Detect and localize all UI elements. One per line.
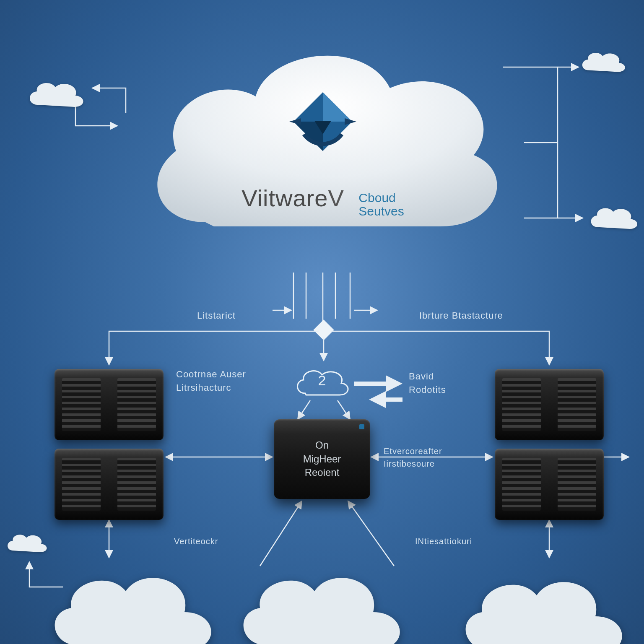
label-mid-left-2: Litrsihacturc: [176, 382, 231, 393]
server-unit: [495, 449, 604, 520]
server-unit: [55, 369, 164, 440]
svg-marker-14: [354, 375, 402, 392]
svg-marker-15: [369, 391, 402, 408]
brand-tag-1: Cboud: [358, 191, 395, 205]
svg-line-12: [298, 400, 310, 419]
label-diag-left: Vertiteockr: [174, 537, 218, 546]
svg-rect-10: [314, 320, 334, 340]
mini-cloud-top-right-2: [587, 201, 641, 235]
center-numbered-cloud: 2: [293, 361, 351, 402]
brand-name-left: Viitware: [242, 185, 328, 211]
center-cloud-number: 2: [293, 372, 351, 389]
chip-line-3: Reoient: [305, 466, 340, 479]
label-top-left: Litstarict: [197, 310, 236, 321]
label-lower-right-1: Etvercoreafter: [384, 447, 442, 456]
label-top-right: Ibrture Btastacture: [419, 310, 503, 321]
brand-name-right: V: [328, 185, 344, 211]
svg-marker-28: [345, 118, 356, 125]
center-chip: On MigHeer Reoient: [274, 419, 370, 499]
bottom-cloud-left: [46, 553, 222, 644]
mini-cloud-far-left: [4, 528, 50, 558]
diagram-canvas: ViitwareV Cboud Seutves Litstarict Ibrtu…: [0, 0, 644, 644]
label-mid-left-1: Cootrnae Auser: [176, 369, 246, 380]
label-mid-right-1: Bavid: [409, 371, 434, 382]
svg-marker-24: [323, 92, 352, 122]
label-diag-right: INtiesattiokuri: [415, 537, 472, 546]
bottom-cloud-right: [457, 558, 633, 644]
brand-logo-icon: [289, 88, 356, 155]
svg-line-13: [338, 400, 350, 419]
label-lower-right-2: Iirstibesoure: [384, 459, 435, 469]
server-unit: [495, 369, 604, 440]
server-right: [495, 369, 604, 520]
server-unit: [55, 449, 164, 520]
main-cloud-title: ViitwareV Cboud Seutves: [130, 184, 516, 218]
chip-indicator-icon: [359, 424, 364, 429]
mini-cloud-top-right-1: [579, 46, 629, 78]
brand-tag-2: Seutves: [358, 204, 404, 218]
label-mid-right-2: Rodotits: [409, 384, 446, 395]
server-left: [55, 369, 164, 520]
chip-line-1: On: [315, 439, 329, 452]
chip-line-2: MigHeer: [303, 452, 341, 466]
svg-marker-27: [289, 118, 301, 125]
main-cloud: ViitwareV Cboud Seutves: [130, 25, 516, 285]
bottom-cloud-center: [235, 553, 411, 644]
mini-cloud-top-left: [25, 75, 88, 113]
